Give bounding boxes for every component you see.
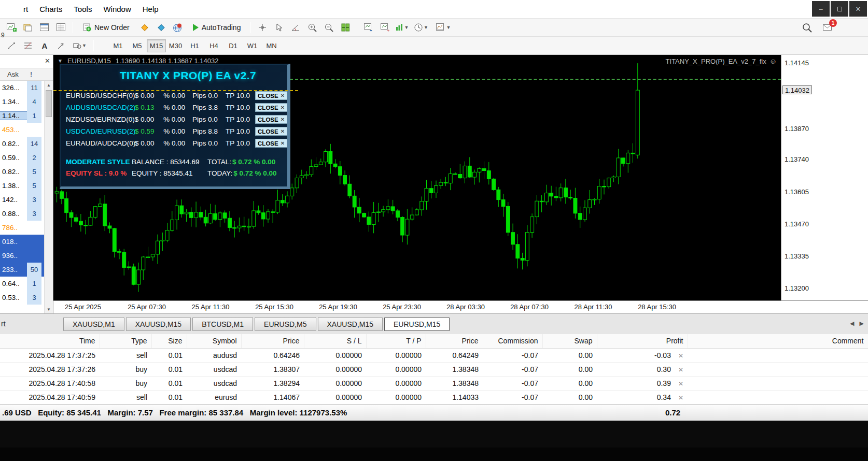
panel-close-icon[interactable]: ✕ [45,57,50,65]
market-watch-row[interactable]: 1.38..5 [0,179,44,193]
column-header-comment[interactable]: Comment [688,334,868,348]
timeframe-mn[interactable]: MN [262,39,281,52]
column-header-time[interactable]: Time [0,334,100,348]
menu-tools[interactable]: Tools [68,1,97,18]
column-header-symbol[interactable]: Symbol [187,334,241,348]
close-order-icon[interactable]: ✕ [678,352,683,359]
market-watch-row[interactable]: 326...11 [0,81,44,95]
column-header-profit[interactable]: Profit [597,334,688,348]
autotrading-button[interactable]: AutoTrading [188,22,246,33]
market-watch-row[interactable]: 1.34..4 [0,95,44,109]
menu-fragment[interactable]: rt [18,1,34,18]
chart-tab-xauusd-m15[interactable]: XAUUSD,M15 [318,317,383,331]
scrollbar-thumb[interactable] [46,90,52,117]
time-axis[interactable]: 25 Apr 202525 Apr 07:3025 Apr 11:3025 Ap… [53,300,868,313]
chart-tab-btcusd-m1[interactable]: BTCUSD,M1 [192,317,253,331]
new-order-button[interactable]: New Order [78,22,135,33]
text-tool-icon[interactable]: A [37,39,52,52]
market-watch-icon[interactable] [37,21,52,34]
data-window-icon[interactable] [54,21,68,34]
market-watch-row[interactable]: 0.64..1 [0,277,44,291]
profiles-icon[interactable] [21,21,35,34]
market-watch-row[interactable]: 018.. [0,235,44,249]
market-watch-row[interactable]: 0.82..5 [0,165,44,179]
timeframe-d1[interactable]: D1 [223,39,243,52]
trendline-icon[interactable] [4,39,19,52]
column-header-tp[interactable]: T / P [366,334,426,348]
close-trade-button[interactable]: CLOSE✕ [255,139,287,148]
scroll-down-icon[interactable]: ▼ [45,305,53,313]
periods-clock-dropdown-icon[interactable]: ▼ [411,21,431,34]
minimize-button[interactable]: – [812,1,830,17]
market-watch-row[interactable]: 0.53..3 [0,291,44,305]
search-icon[interactable] [800,21,814,34]
expert-advisors-icon[interactable] [137,21,152,34]
timeframe-h1[interactable]: H1 [185,39,204,52]
trade-row[interactable]: 2025.04.28 17:37:26buy0.01usdcad1.383070… [0,362,868,376]
tab-scroll-left-icon[interactable]: ◀ [850,320,854,327]
market-watch-row[interactable]: 453... [0,123,44,137]
column-header-swap[interactable]: Swap [542,334,597,348]
menu-help[interactable]: Help [137,1,164,18]
market-watch-row[interactable]: 0.82..14 [0,137,44,151]
column-header-open-price[interactable]: Price [241,334,304,348]
market-watch-row[interactable]: 233..50 [0,263,44,277]
zoom-out-icon[interactable] [321,21,336,34]
column-header-current-price[interactable]: Price [426,334,483,348]
market-watch-row[interactable]: 0.59..2 [0,151,44,165]
chart-tab-xauusd-m15[interactable]: XAUUSD,M15 [126,317,191,331]
restore-button[interactable] [831,1,848,17]
market-watch-row[interactable]: 142..3 [0,193,44,207]
market-watch-row[interactable]: 0.88..3 [0,207,44,221]
market-watch-row[interactable]: 936.. [0,249,44,263]
trade-row[interactable]: 2025.04.28 17:37:25sell0.01audusd0.64246… [0,348,868,362]
column-header-sl[interactable]: S / L [304,334,366,348]
trade-row[interactable]: 2025.04.28 17:40:59sell0.01eurusd1.14067… [0,390,868,404]
zoom-in-icon[interactable] [305,21,319,34]
collapse-icon[interactable]: ▼ [58,58,63,64]
clipped-tab-fragment[interactable]: rt [1,320,6,328]
close-trade-button[interactable]: CLOSE✕ [255,103,287,112]
chart-tab-xauusd-m1[interactable]: XAUUSD,M1 [63,317,124,331]
column-header-alert[interactable]: ! [25,70,37,78]
timeframe-m1[interactable]: M1 [108,39,128,52]
indicators-dropdown-icon[interactable]: ▼ [395,21,409,34]
market-watch-row[interactable]: 1.14..1 [0,109,44,123]
chart-tab-eurusd-m15[interactable]: EURUSD,M15 [384,317,450,331]
arrow-tool-icon[interactable] [54,39,68,52]
chart-shift-icon[interactable] [378,21,393,34]
shapes-dropdown-icon[interactable]: ▼ [71,39,89,52]
close-order-icon[interactable]: ✕ [678,366,683,373]
menu-window[interactable]: Window [97,1,136,18]
new-chart-icon[interactable] [4,21,19,34]
tile-windows-icon[interactable] [338,21,353,34]
scroll-up-icon[interactable]: ▲ [45,81,53,89]
column-header-commission[interactable]: Commission [483,334,542,348]
menu-charts[interactable]: Charts [34,1,68,18]
close-order-icon[interactable]: ✕ [678,380,683,387]
trade-row[interactable]: 2025.04.28 17:40:58buy0.01usdcad1.382940… [0,376,868,390]
market-watch-scrollbar[interactable]: ▲ ▼ [44,81,53,313]
close-button[interactable]: ✕ [849,1,867,17]
notifications-icon[interactable]: 1 [820,21,835,34]
globe-icon[interactable] [171,21,185,34]
close-trade-button[interactable]: CLOSE✕ [255,91,287,100]
close-trade-button[interactable]: CLOSE✕ [255,115,287,124]
price-scale[interactable]: 1.141451.140321.138701.137401.136051.134… [781,55,868,300]
templates-dropdown-icon[interactable]: ▼ [433,21,454,34]
timeframe-w1[interactable]: W1 [243,39,262,52]
fibonacci-icon[interactable] [21,39,35,52]
scripts-icon[interactable] [154,21,169,34]
market-watch-row[interactable]: 786.. [0,221,44,235]
column-header-ask[interactable]: Ask [0,70,25,78]
auto-scroll-icon[interactable] [361,21,376,34]
chart-tab-eurusd-m5[interactable]: EURUSD,M5 [255,317,316,331]
column-header-type[interactable]: Type [100,334,151,348]
cursor-icon[interactable] [272,21,286,34]
tab-scroll-right-icon[interactable]: ▶ [860,320,864,327]
ea-active-smiley-icon[interactable]: ☺ [769,57,777,65]
timeframe-m30[interactable]: M30 [166,39,185,52]
close-order-icon[interactable]: ✕ [678,394,683,401]
angle-icon[interactable] [288,21,303,34]
crosshair-icon[interactable] [255,21,270,34]
